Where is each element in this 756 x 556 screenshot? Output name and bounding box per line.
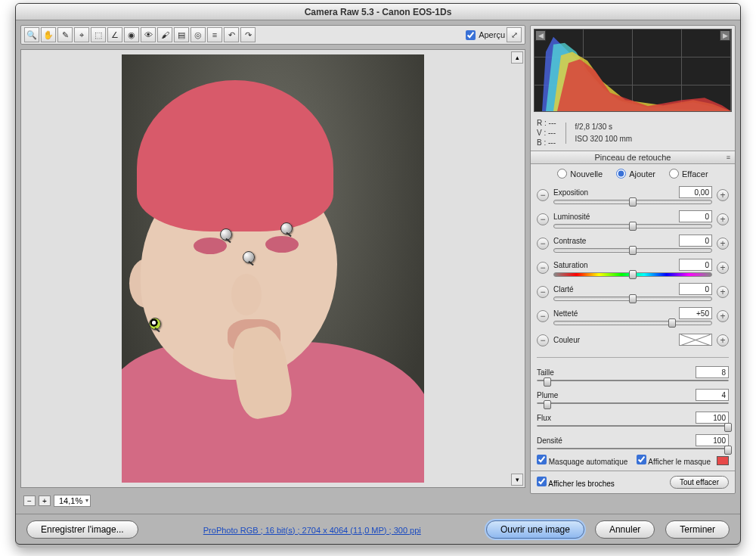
slider-track[interactable]: [553, 224, 712, 228]
slider-track[interactable]: [537, 402, 729, 404]
tool-rotate-r[interactable]: ↷: [240, 27, 256, 42]
adjustment-pin[interactable]: [220, 228, 232, 241]
value-box[interactable]: 0: [679, 210, 712, 222]
histogram[interactable]: ◀ ▶: [531, 26, 735, 115]
tool-redeye[interactable]: 👁: [141, 27, 156, 42]
slider-thumb[interactable]: [724, 446, 732, 455]
slider-track[interactable]: [553, 272, 712, 277]
value-box[interactable]: 100: [696, 412, 729, 424]
adjustment-pin-active[interactable]: [149, 318, 161, 330]
cancel-button[interactable]: Annuler: [595, 520, 655, 539]
tool-rotate-l[interactable]: ↶: [224, 27, 239, 42]
highlight-clip-icon[interactable]: ▶: [720, 30, 730, 41]
minus-button[interactable]: −: [537, 189, 549, 201]
clear-all-button[interactable]: Tout effacer: [670, 476, 729, 489]
mode-erase[interactable]: Effacer: [669, 169, 708, 179]
minus-button[interactable]: −: [537, 310, 549, 322]
slider-thumb[interactable]: [629, 294, 637, 303]
tool-brush[interactable]: 🖌: [157, 27, 172, 42]
slider-track[interactable]: [553, 297, 712, 301]
value-box[interactable]: +50: [679, 307, 712, 319]
value-box[interactable]: 0: [679, 235, 712, 247]
preview-image[interactable]: [122, 54, 424, 483]
preview-checkbox[interactable]: [466, 30, 476, 40]
slider-track[interactable]: [537, 425, 729, 427]
plus-button[interactable]: +: [717, 286, 729, 298]
slider-track[interactable]: [553, 200, 712, 204]
done-button[interactable]: Terminer: [665, 520, 730, 539]
tool-hand[interactable]: ✋: [41, 27, 56, 42]
slider-track[interactable]: [553, 248, 712, 253]
color-swatch[interactable]: [679, 334, 712, 346]
zoom-out-button[interactable]: −: [23, 495, 36, 506]
slider-track[interactable]: [553, 321, 712, 325]
show-pins-toggle[interactable]: Afficher les broches: [537, 477, 615, 488]
slider-thumb[interactable]: [629, 197, 637, 207]
zoom-in-button[interactable]: +: [39, 495, 51, 506]
adjustment-pin[interactable]: [243, 251, 255, 263]
open-image-button[interactable]: Ouvrir une image: [486, 520, 584, 539]
zoom-value-dropdown[interactable]: 14,1%: [54, 495, 91, 507]
minus-button[interactable]: −: [537, 334, 549, 346]
shadow-clip-icon[interactable]: ◀: [535, 30, 546, 41]
workflow-link[interactable]: ProPhoto RGB ; 16 bit(s) ; 2704 x 4064 (…: [203, 526, 421, 535]
scroll-up-icon[interactable]: ▴: [511, 51, 523, 64]
value-box[interactable]: 0,00: [679, 186, 712, 198]
tool-zoom[interactable]: 🔍: [24, 27, 39, 42]
brush-densité: Densité100: [537, 432, 729, 452]
slider-thumb[interactable]: [629, 270, 637, 279]
slider-track[interactable]: [537, 380, 729, 381]
fullscreen-icon[interactable]: ⤢: [507, 27, 522, 42]
image-metadata: R : --- V : --- B : --- f/2,8 1/30 s ISO…: [531, 115, 735, 151]
mode-add[interactable]: Ajouter: [616, 169, 655, 179]
save-image-button[interactable]: Enregistrer l'image...: [26, 520, 138, 539]
brush-mode-radios: Nouvelle Ajouter Effacer: [537, 169, 729, 179]
minus-button[interactable]: −: [537, 238, 549, 250]
tool-prefs[interactable]: ≡: [207, 27, 222, 42]
mode-new[interactable]: Nouvelle: [557, 169, 603, 179]
scroll-down-icon[interactable]: ▾: [511, 474, 523, 486]
tool-sampler[interactable]: ⌖: [74, 27, 89, 42]
tool-eyedrop-white[interactable]: ✎: [57, 27, 73, 42]
plus-button[interactable]: +: [717, 310, 729, 322]
plus-button[interactable]: +: [717, 189, 729, 201]
zoom-bar: − + 14,1%: [20, 492, 525, 509]
show-mask-toggle[interactable]: Afficher le masque: [637, 455, 711, 466]
minus-button[interactable]: −: [537, 286, 549, 298]
brush-plume: Plume4: [537, 387, 729, 406]
tool-grad[interactable]: ▤: [174, 27, 189, 42]
value-box[interactable]: 4: [696, 389, 729, 401]
panel-menu-icon[interactable]: ≡: [727, 154, 730, 161]
minus-button[interactable]: −: [537, 213, 549, 225]
slider-contraste: − Contraste0 +: [537, 233, 729, 254]
meta-r: R : ---: [537, 118, 556, 128]
minus-button[interactable]: −: [537, 262, 549, 274]
plus-button[interactable]: +: [717, 213, 729, 225]
tool-crop[interactable]: ⬚: [91, 27, 106, 42]
tool-straighten[interactable]: ∠: [107, 27, 122, 42]
slider-thumb[interactable]: [544, 377, 551, 387]
value-box[interactable]: 0: [679, 259, 712, 271]
slider-track[interactable]: [537, 448, 729, 449]
plus-button[interactable]: +: [717, 262, 729, 274]
mask-color-swatch[interactable]: [717, 456, 729, 465]
value-box[interactable]: 0: [679, 283, 712, 295]
slider-netteté: − Netteté+50 +: [537, 306, 729, 327]
tool-target[interactable]: ◎: [191, 27, 206, 42]
slider-thumb[interactable]: [668, 318, 676, 328]
slider-thumb[interactable]: [724, 423, 732, 432]
tool-spot[interactable]: ◉: [124, 27, 139, 42]
adjustment-pin[interactable]: [280, 222, 293, 235]
slider-exposition: − Exposition0,00 +: [537, 185, 729, 206]
auto-mask-toggle[interactable]: Masquage automatique: [537, 455, 627, 466]
app-window: Camera Raw 5.3 - Canon EOS-1Ds 🔍✋✎⌖⬚∠◉👁🖌…: [15, 3, 741, 545]
slider-thumb[interactable]: [629, 222, 637, 231]
plus-button[interactable]: +: [717, 334, 729, 346]
value-box[interactable]: 8: [696, 366, 729, 378]
slider-thumb[interactable]: [629, 246, 637, 255]
value-box[interactable]: 100: [696, 434, 729, 446]
slider-thumb[interactable]: [544, 400, 551, 409]
image-canvas[interactable]: ▴ ▾: [20, 49, 525, 488]
plus-button[interactable]: +: [717, 238, 729, 250]
preview-toggle[interactable]: Aperçu: [466, 30, 505, 40]
